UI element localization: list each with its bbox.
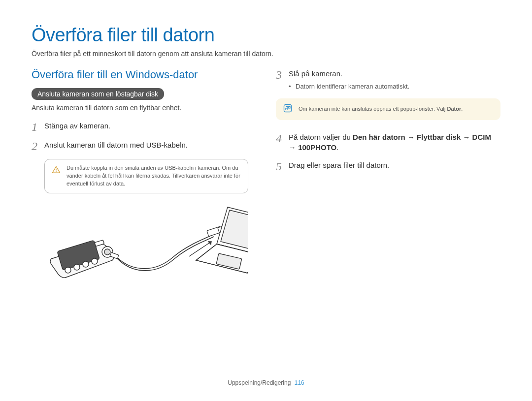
step-bullets: Datorn identifierar kameran automatiskt. xyxy=(289,82,409,92)
footer-page-number: 116 xyxy=(295,379,304,386)
svg-point-4 xyxy=(74,264,80,270)
right-column: 3 Slå på kameran. Datorn identifierar ka… xyxy=(276,68,500,293)
step-number: 1 xyxy=(32,121,44,133)
svg-point-3 xyxy=(65,267,71,273)
warning-icon xyxy=(52,165,61,176)
content-columns: Överföra filer till en Windows-dator Ans… xyxy=(32,68,500,293)
svg-point-5 xyxy=(83,261,89,267)
step-suffix: . xyxy=(336,143,338,152)
note-box: Om kameran inte kan anslutas öppnas ett … xyxy=(276,98,500,120)
warning-box: Du måste koppla in den smala änden av US… xyxy=(44,159,248,193)
step-text: Stänga av kameran. xyxy=(44,121,110,131)
note-icon xyxy=(283,103,293,115)
step-text: Anslut kameran till datorn med USB-kabel… xyxy=(44,140,188,151)
note-bold: Dator xyxy=(447,106,461,112)
footer-section: Uppspelning/Redigering xyxy=(228,379,291,386)
section-title: Överföra filer till en Windows-dator xyxy=(32,68,248,81)
step-number: 3 xyxy=(276,68,289,81)
note-prefix: Om kameran inte kan anslutas öppnas ett … xyxy=(299,106,447,112)
subsection-description: Ansluta kameran till datorn som en flytt… xyxy=(32,104,248,112)
note-text: Om kameran inte kan anslutas öppnas ett … xyxy=(299,105,463,113)
bullet-item: Datorn identifierar kameran automatiskt. xyxy=(289,82,409,92)
usb-connection-illustration xyxy=(41,202,248,293)
step-2: 2 Anslut kameran till datorn med USB-kab… xyxy=(32,140,248,152)
step-number: 5 xyxy=(276,160,289,172)
page-intro: Överföra filer på ett minneskort till da… xyxy=(32,50,500,58)
step-body: Slå på kameran. Datorn identifierar kame… xyxy=(289,68,409,92)
step-1: 1 Stänga av kameran. xyxy=(32,121,248,133)
svg-point-6 xyxy=(92,258,98,264)
step-3: 3 Slå på kameran. Datorn identifierar ka… xyxy=(276,68,500,92)
note-suffix: . xyxy=(461,106,463,112)
svg-point-8 xyxy=(104,249,110,255)
warning-text: Du måste koppla in den smala änden av US… xyxy=(66,164,241,188)
step-number: 4 xyxy=(276,132,289,144)
left-column: Överföra filer till en Windows-dator Ans… xyxy=(32,68,248,293)
subsection-pill: Ansluta kameran som en löstagbar disk xyxy=(32,88,164,100)
step-number: 2 xyxy=(32,140,44,152)
step-5: 5 Drag eller spara filer till datorn. xyxy=(276,160,500,172)
page-footer: Uppspelning/Redigering 116 xyxy=(0,379,532,386)
step-text: Slå på kameran. xyxy=(289,69,342,78)
step-text: Drag eller spara filer till datorn. xyxy=(289,160,389,171)
step-4: 4 På datorn väljer du Den här datorn → F… xyxy=(276,132,500,154)
step-text: På datorn väljer du Den här datorn → Fly… xyxy=(289,132,500,154)
page-title: Överföra filer till datorn xyxy=(32,25,500,46)
step-prefix: På datorn väljer du xyxy=(289,133,353,141)
svg-point-1 xyxy=(56,171,57,172)
